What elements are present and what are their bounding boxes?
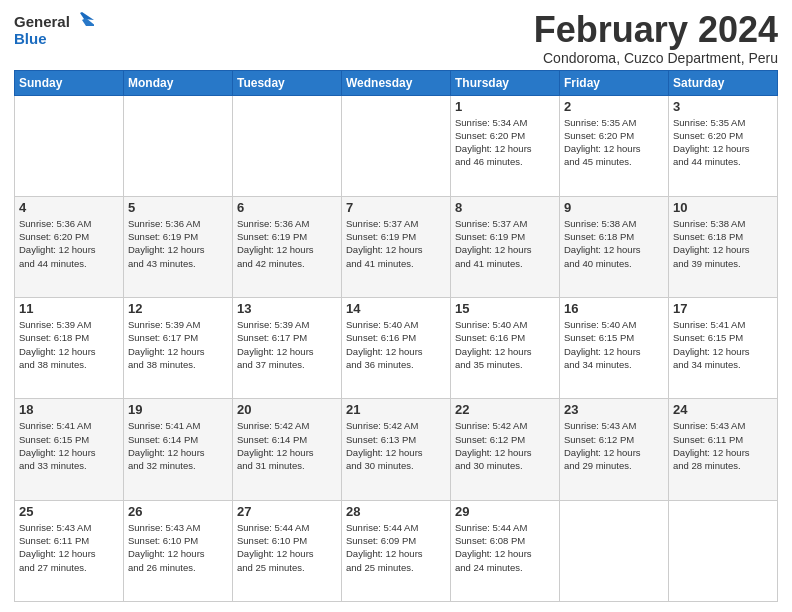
day-cell: [15, 95, 124, 196]
day-info: Sunrise: 5:43 AMSunset: 6:10 PMDaylight:…: [128, 521, 228, 574]
day-info: Sunrise: 5:34 AMSunset: 6:20 PMDaylight:…: [455, 116, 555, 169]
calendar-title: February 2024: [534, 10, 778, 50]
day-number: 25: [19, 504, 119, 519]
day-info: Sunrise: 5:41 AMSunset: 6:15 PMDaylight:…: [673, 318, 773, 371]
day-cell: 23Sunrise: 5:43 AMSunset: 6:12 PMDayligh…: [560, 399, 669, 500]
day-info: Sunrise: 5:38 AMSunset: 6:18 PMDaylight:…: [564, 217, 664, 270]
logo-icon: General Blue: [14, 10, 94, 50]
day-number: 10: [673, 200, 773, 215]
day-cell: [233, 95, 342, 196]
day-cell: 19Sunrise: 5:41 AMSunset: 6:14 PMDayligh…: [124, 399, 233, 500]
day-cell: 11Sunrise: 5:39 AMSunset: 6:18 PMDayligh…: [15, 298, 124, 399]
day-cell: 24Sunrise: 5:43 AMSunset: 6:11 PMDayligh…: [669, 399, 778, 500]
day-info: Sunrise: 5:42 AMSunset: 6:12 PMDaylight:…: [455, 419, 555, 472]
day-number: 6: [237, 200, 337, 215]
day-number: 27: [237, 504, 337, 519]
day-number: 23: [564, 402, 664, 417]
day-number: 13: [237, 301, 337, 316]
day-cell: [124, 95, 233, 196]
day-number: 28: [346, 504, 446, 519]
week-row-1: 4Sunrise: 5:36 AMSunset: 6:20 PMDaylight…: [15, 196, 778, 297]
day-number: 21: [346, 402, 446, 417]
week-row-4: 25Sunrise: 5:43 AMSunset: 6:11 PMDayligh…: [15, 500, 778, 601]
day-info: Sunrise: 5:44 AMSunset: 6:08 PMDaylight:…: [455, 521, 555, 574]
day-number: 19: [128, 402, 228, 417]
day-cell: 22Sunrise: 5:42 AMSunset: 6:12 PMDayligh…: [451, 399, 560, 500]
day-cell: 5Sunrise: 5:36 AMSunset: 6:19 PMDaylight…: [124, 196, 233, 297]
header-saturday: Saturday: [669, 70, 778, 95]
day-cell: 1Sunrise: 5:34 AMSunset: 6:20 PMDaylight…: [451, 95, 560, 196]
week-row-0: 1Sunrise: 5:34 AMSunset: 6:20 PMDaylight…: [15, 95, 778, 196]
day-cell: 8Sunrise: 5:37 AMSunset: 6:19 PMDaylight…: [451, 196, 560, 297]
day-info: Sunrise: 5:41 AMSunset: 6:15 PMDaylight:…: [19, 419, 119, 472]
header-sunday: Sunday: [15, 70, 124, 95]
day-cell: [669, 500, 778, 601]
day-number: 12: [128, 301, 228, 316]
title-block: February 2024 Condoroma, Cuzco Departmen…: [534, 10, 778, 66]
day-info: Sunrise: 5:39 AMSunset: 6:18 PMDaylight:…: [19, 318, 119, 371]
day-cell: 2Sunrise: 5:35 AMSunset: 6:20 PMDaylight…: [560, 95, 669, 196]
day-info: Sunrise: 5:39 AMSunset: 6:17 PMDaylight:…: [237, 318, 337, 371]
header-monday: Monday: [124, 70, 233, 95]
day-info: Sunrise: 5:42 AMSunset: 6:14 PMDaylight:…: [237, 419, 337, 472]
header-wednesday: Wednesday: [342, 70, 451, 95]
day-number: 8: [455, 200, 555, 215]
header-tuesday: Tuesday: [233, 70, 342, 95]
day-number: 16: [564, 301, 664, 316]
day-cell: 20Sunrise: 5:42 AMSunset: 6:14 PMDayligh…: [233, 399, 342, 500]
day-cell: 13Sunrise: 5:39 AMSunset: 6:17 PMDayligh…: [233, 298, 342, 399]
calendar-table: Sunday Monday Tuesday Wednesday Thursday…: [14, 70, 778, 602]
week-row-3: 18Sunrise: 5:41 AMSunset: 6:15 PMDayligh…: [15, 399, 778, 500]
day-cell: 15Sunrise: 5:40 AMSunset: 6:16 PMDayligh…: [451, 298, 560, 399]
day-number: 18: [19, 402, 119, 417]
day-cell: 16Sunrise: 5:40 AMSunset: 6:15 PMDayligh…: [560, 298, 669, 399]
day-number: 24: [673, 402, 773, 417]
svg-text:Blue: Blue: [14, 30, 47, 47]
day-info: Sunrise: 5:39 AMSunset: 6:17 PMDaylight:…: [128, 318, 228, 371]
day-info: Sunrise: 5:43 AMSunset: 6:12 PMDaylight:…: [564, 419, 664, 472]
day-cell: 21Sunrise: 5:42 AMSunset: 6:13 PMDayligh…: [342, 399, 451, 500]
day-number: 1: [455, 99, 555, 114]
day-info: Sunrise: 5:35 AMSunset: 6:20 PMDaylight:…: [564, 116, 664, 169]
day-info: Sunrise: 5:38 AMSunset: 6:18 PMDaylight:…: [673, 217, 773, 270]
day-cell: 6Sunrise: 5:36 AMSunset: 6:19 PMDaylight…: [233, 196, 342, 297]
day-cell: 28Sunrise: 5:44 AMSunset: 6:09 PMDayligh…: [342, 500, 451, 601]
day-number: 26: [128, 504, 228, 519]
svg-text:General: General: [14, 13, 70, 30]
day-number: 20: [237, 402, 337, 417]
day-info: Sunrise: 5:35 AMSunset: 6:20 PMDaylight:…: [673, 116, 773, 169]
day-cell: [560, 500, 669, 601]
days-header-row: Sunday Monday Tuesday Wednesday Thursday…: [15, 70, 778, 95]
header-friday: Friday: [560, 70, 669, 95]
day-info: Sunrise: 5:41 AMSunset: 6:14 PMDaylight:…: [128, 419, 228, 472]
day-info: Sunrise: 5:40 AMSunset: 6:16 PMDaylight:…: [455, 318, 555, 371]
day-info: Sunrise: 5:40 AMSunset: 6:15 PMDaylight:…: [564, 318, 664, 371]
week-row-2: 11Sunrise: 5:39 AMSunset: 6:18 PMDayligh…: [15, 298, 778, 399]
day-info: Sunrise: 5:42 AMSunset: 6:13 PMDaylight:…: [346, 419, 446, 472]
day-number: 3: [673, 99, 773, 114]
day-info: Sunrise: 5:40 AMSunset: 6:16 PMDaylight:…: [346, 318, 446, 371]
day-number: 2: [564, 99, 664, 114]
day-cell: 9Sunrise: 5:38 AMSunset: 6:18 PMDaylight…: [560, 196, 669, 297]
day-info: Sunrise: 5:43 AMSunset: 6:11 PMDaylight:…: [19, 521, 119, 574]
day-cell: 17Sunrise: 5:41 AMSunset: 6:15 PMDayligh…: [669, 298, 778, 399]
day-number: 17: [673, 301, 773, 316]
day-info: Sunrise: 5:44 AMSunset: 6:10 PMDaylight:…: [237, 521, 337, 574]
calendar-subtitle: Condoroma, Cuzco Department, Peru: [534, 50, 778, 66]
day-info: Sunrise: 5:36 AMSunset: 6:20 PMDaylight:…: [19, 217, 119, 270]
day-number: 29: [455, 504, 555, 519]
day-cell: 25Sunrise: 5:43 AMSunset: 6:11 PMDayligh…: [15, 500, 124, 601]
day-cell: 29Sunrise: 5:44 AMSunset: 6:08 PMDayligh…: [451, 500, 560, 601]
day-number: 15: [455, 301, 555, 316]
logo: General Blue: [14, 10, 94, 50]
day-info: Sunrise: 5:37 AMSunset: 6:19 PMDaylight:…: [346, 217, 446, 270]
day-number: 22: [455, 402, 555, 417]
day-cell: 10Sunrise: 5:38 AMSunset: 6:18 PMDayligh…: [669, 196, 778, 297]
day-number: 9: [564, 200, 664, 215]
day-info: Sunrise: 5:36 AMSunset: 6:19 PMDaylight:…: [128, 217, 228, 270]
svg-marker-2: [80, 12, 94, 20]
day-cell: 12Sunrise: 5:39 AMSunset: 6:17 PMDayligh…: [124, 298, 233, 399]
day-info: Sunrise: 5:43 AMSunset: 6:11 PMDaylight:…: [673, 419, 773, 472]
day-cell: [342, 95, 451, 196]
day-cell: 14Sunrise: 5:40 AMSunset: 6:16 PMDayligh…: [342, 298, 451, 399]
